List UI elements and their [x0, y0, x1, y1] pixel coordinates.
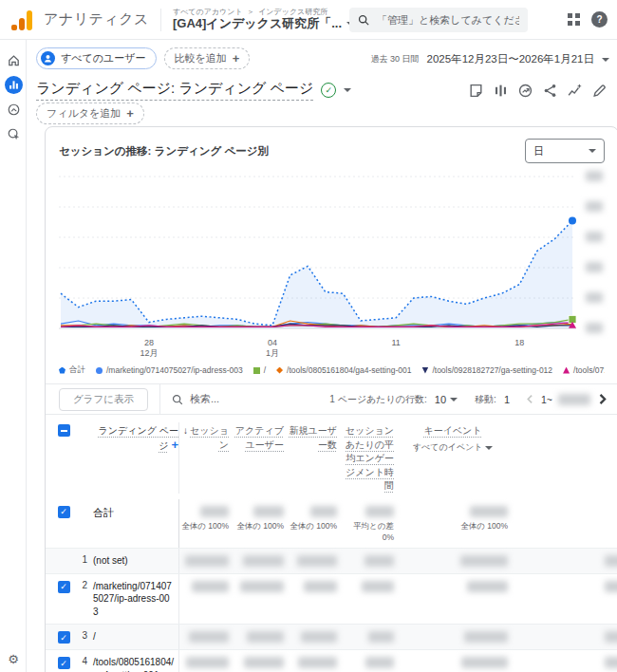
metric-value-redacted	[368, 631, 394, 643]
all-users-chip-label: すべてのユーザー	[61, 51, 146, 65]
chart-title: セッションの推移: ランディング ページ別	[59, 144, 269, 159]
add-comparison-chip[interactable]: 比較を追加 +	[164, 47, 251, 69]
y-axis-labels-redacted	[582, 167, 605, 338]
y-axis-value-redacted	[586, 232, 603, 242]
metric-column-header[interactable]: アクティブ ユーザー	[233, 424, 288, 452]
metric-value-redacted	[243, 555, 284, 567]
account-switcher[interactable]: すべてのアカウント ＞ インデックス研究所 [GA4]インデックス研究所「...	[173, 8, 354, 30]
analytics-logo-icon	[11, 9, 34, 30]
property-name: [GA4]インデックス研究所「...	[173, 17, 342, 31]
add-dimension-icon[interactable]: +	[171, 438, 178, 452]
metric-column-header[interactable]: キーイベントすべてのイベント	[398, 424, 512, 454]
goto-page-value[interactable]: 1	[504, 394, 510, 405]
metric-value-redacted	[189, 631, 229, 643]
metric-value-redacted	[240, 581, 284, 592]
next-page-icon[interactable]	[596, 393, 608, 405]
show-on-chart-button[interactable]: グラフに表示	[59, 388, 148, 411]
chevron-down-icon	[602, 58, 609, 62]
insights-icon[interactable]	[567, 83, 583, 99]
triangle-up-marker-icon	[563, 367, 570, 374]
compare-reports-icon[interactable]	[493, 83, 509, 99]
chart-legend: 合計/marketing/0714075027/ip-adress-003//t…	[59, 363, 605, 378]
metric-column-header[interactable]: ↓セッション	[179, 424, 233, 452]
row-checkbox[interactable]: ✓	[58, 506, 70, 518]
nav-reports-icon[interactable]	[0, 72, 27, 97]
metric-value-redacted	[244, 657, 284, 668]
metric-value-redacted	[362, 581, 394, 592]
total-sublabel: 全体の 100%	[233, 521, 284, 532]
metric-column-header[interactable]: セッションあたりの平均エンゲージメント時間	[341, 424, 398, 494]
y-axis-value-redacted	[586, 262, 603, 272]
admin-gear-icon[interactable]: ⚙	[0, 652, 27, 666]
row-rank: 4	[70, 650, 91, 672]
edit-icon[interactable]	[591, 83, 608, 99]
data-ok-badge-icon[interactable]: ✓	[321, 83, 336, 98]
nav-advertising-icon[interactable]	[0, 121, 27, 146]
row-checkbox[interactable]: ✓	[58, 657, 70, 669]
metric-sublabel[interactable]: すべてのイベント	[398, 441, 508, 454]
chevron-down-icon	[589, 149, 596, 153]
filter-row: フィルタを追加 +	[36, 103, 144, 124]
pentagon-marker-icon	[59, 367, 65, 374]
total-sublabel: 全体の 100%	[179, 521, 229, 532]
table-row: ✓4/tools/0805161804/ga4-setting-001	[46, 649, 617, 672]
metric-value-redacted	[297, 555, 337, 567]
legend-item: /tools/0805161804/ga4-setting-001	[276, 365, 411, 375]
add-filter-label: フィルタを追加	[47, 106, 121, 121]
metric-value-redacted	[192, 581, 229, 592]
legend-item: /tools/0928182727/ga-setting-012	[421, 365, 552, 375]
granularity-value: 日	[533, 144, 544, 159]
row-rank: 1	[70, 549, 91, 573]
x-axis-tick: 18	[514, 338, 524, 348]
apps-grid-icon[interactable]	[568, 13, 581, 27]
row-checkbox[interactable]: ✓	[58, 581, 70, 593]
rows-per-page-value[interactable]: 10	[435, 394, 446, 405]
user-segment-icon	[41, 51, 55, 65]
row-rank: 3	[70, 625, 91, 649]
metric-value-redacted	[467, 581, 508, 592]
global-search-input[interactable]: 「管理」と検索してみてくださ...	[349, 8, 528, 32]
metric-column-header[interactable]: 新規ユーザー数	[288, 424, 341, 452]
nav-explore-icon[interactable]	[0, 97, 27, 121]
legend-label: /tools/0716154922/look	[573, 365, 605, 375]
page-range-redacted	[558, 394, 590, 405]
note-icon[interactable]	[468, 83, 484, 99]
share-icon[interactable]	[542, 83, 558, 99]
segment-chips-row: すべてのユーザー 比較を追加 +	[36, 47, 250, 69]
date-range-selector[interactable]: 過去 30 日間 2025年12月23日〜2026年1月21日	[371, 52, 609, 66]
plus-icon: +	[126, 106, 134, 121]
totals-row: ✓合計全体の 100%全体の 100%全体の 100%平均との差 0%全体の 1…	[46, 499, 617, 548]
table-search-input[interactable]: 検索...	[172, 392, 219, 406]
table-search-placeholder: 検索...	[190, 392, 219, 406]
clipped-metric-redacted	[605, 631, 617, 643]
metric-value-redacted	[304, 581, 337, 592]
dimension-column-header[interactable]: ランディング ページ	[99, 425, 178, 451]
metric-value-redacted	[460, 555, 508, 567]
granularity-select[interactable]: 日	[525, 139, 605, 163]
total-value-redacted	[470, 506, 508, 517]
x-axis-ticks: 2812月041月1118	[59, 338, 576, 361]
nav-home-icon[interactable]	[0, 47, 27, 72]
toolbar-divider	[159, 384, 160, 415]
x-axis-tick: 2812月	[140, 338, 158, 359]
report-title-row: ランディング ページ: ランディング ページ ✓	[36, 80, 351, 101]
total-sublabel: 全体の 100%	[398, 521, 508, 532]
report-actions	[468, 83, 608, 99]
prev-page-icon[interactable]	[525, 394, 535, 404]
help-icon[interactable]: ?	[591, 11, 608, 28]
add-comparison-label: 比較を追加	[175, 51, 227, 65]
report-title[interactable]: ランディング ページ: ランディング ページ	[36, 80, 313, 101]
add-filter-chip[interactable]: フィルタを追加 +	[36, 103, 144, 124]
total-value-redacted	[310, 506, 337, 517]
triangle-down-marker-icon	[421, 367, 428, 374]
plus-icon: +	[233, 51, 240, 65]
clipped-metric-redacted	[605, 581, 617, 592]
x-axis-tick: 041月	[266, 338, 279, 359]
row-checkbox[interactable]	[58, 424, 70, 437]
all-users-chip[interactable]: すべてのユーザー	[36, 47, 157, 69]
metric-value-redacted	[365, 555, 394, 567]
metric-value-redacted	[365, 657, 394, 668]
data-quality-icon[interactable]	[517, 83, 533, 99]
chevron-down-icon[interactable]	[450, 398, 458, 401]
row-checkbox[interactable]: ✓	[58, 631, 70, 644]
